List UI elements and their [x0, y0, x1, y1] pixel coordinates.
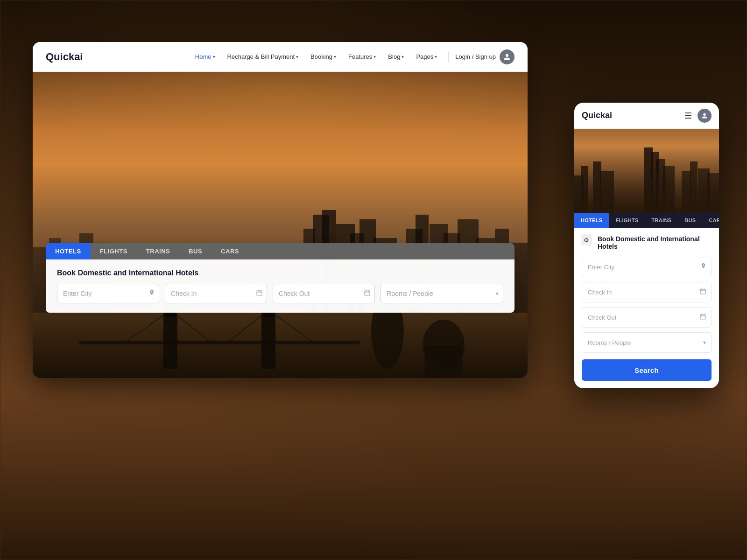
location-pin-icon — [149, 290, 155, 298]
mobile-navbar: Quickai ☰ — [574, 103, 719, 129]
svg-rect-57 — [700, 315, 705, 319]
nav-divider — [448, 51, 449, 63]
sky-glow — [33, 72, 528, 165]
mobile-logo: Quickai — [582, 111, 684, 120]
chevron-down-icon: ▾ — [296, 54, 298, 59]
mobile-tab-cars[interactable]: CARS — [702, 213, 719, 228]
mobile-tab-trains[interactable]: TRAINS — [645, 213, 678, 228]
desktop-booking-title: Book Domestic and International Hotels — [57, 269, 503, 277]
mobile-checkin-field — [582, 282, 712, 302]
tab-hotels[interactable]: HOTELS — [46, 243, 91, 259]
calendar-icon — [256, 290, 262, 297]
desktop-nav-links: Home ▾ Recharge & Bill Payment ▾ Booking… — [190, 49, 514, 64]
mobile-card: Quickai ☰ — [574, 103, 719, 388]
chevron-down-icon: ▾ — [334, 54, 336, 59]
tab-cars[interactable]: CARS — [211, 243, 248, 259]
nav-item-pages[interactable]: Pages ▾ — [411, 50, 442, 63]
city-input[interactable] — [57, 284, 159, 303]
mobile-rooms-select[interactable]: Rooms / People 1 Room, 1 Person 1 Room, … — [582, 332, 712, 353]
mobile-calendar-icon — [700, 288, 706, 296]
hamburger-icon[interactable]: ☰ — [684, 111, 692, 121]
avatar — [500, 49, 514, 64]
nav-login[interactable]: Login / Sign up — [455, 49, 514, 64]
svg-rect-32 — [425, 345, 462, 378]
tab-flights[interactable]: FLIGHTS — [91, 243, 137, 259]
mobile-rooms-field: Rooms / People 1 Room, 1 Person 1 Room, … — [582, 332, 712, 353]
nav-pages-label: Pages — [416, 53, 433, 60]
mobile-skyline-overlay — [574, 147, 719, 213]
tab-bus[interactable]: BUS — [179, 243, 211, 259]
nav-item-booking[interactable]: Booking ▾ — [306, 50, 341, 63]
nav-home-label: Home — [195, 53, 211, 60]
mobile-booking-form: ⚙ Book Domestic and International Hotels — [574, 228, 719, 388]
mobile-tab-flights[interactable]: FLIGHTS — [609, 213, 645, 228]
tab-trains[interactable]: TRAINS — [137, 243, 179, 259]
login-label: Login / Sign up — [455, 53, 496, 60]
checkout-field — [273, 284, 375, 303]
desktop-card: Quickai Home ▾ Recharge & Bill Payment ▾… — [33, 42, 528, 378]
checkout-input[interactable] — [273, 284, 375, 303]
mobile-tab-hotels[interactable]: HOTELS — [574, 213, 609, 228]
chevron-down-icon: ▾ — [435, 54, 437, 59]
chevron-down-icon: ▾ — [496, 291, 499, 297]
mobile-location-icon — [701, 263, 706, 271]
mobile-city-input[interactable] — [582, 257, 712, 277]
city-field — [57, 284, 159, 303]
desktop-navbar: Quickai Home ▾ Recharge & Bill Payment ▾… — [33, 42, 528, 72]
mobile-hero — [574, 129, 719, 213]
mobile-tab-bus[interactable]: BUS — [678, 213, 702, 228]
nav-blog-label: Blog — [388, 53, 400, 60]
mobile-checkin-input[interactable] — [582, 282, 712, 302]
nav-features-label: Features — [348, 53, 372, 60]
chevron-down-icon: ▾ — [402, 54, 404, 59]
rooms-select[interactable]: Rooms / People 1 Room, 1 Person 1 Room, … — [381, 284, 503, 303]
nav-recharge-label: Recharge & Bill Payment — [227, 53, 295, 60]
nav-item-recharge[interactable]: Recharge & Bill Payment ▾ — [223, 50, 303, 63]
desktop-booking-fields: ▾ Rooms / People 1 Room, 1 Person 1 Room… — [57, 284, 503, 303]
checkin-field — [165, 284, 267, 303]
mobile-booking-tabs: HOTELS FLIGHTS TRAINS BUS CARS — [574, 213, 719, 228]
mobile-booking-title: Book Domestic and International Hotels — [582, 235, 712, 250]
nav-booking-label: Booking — [310, 53, 332, 60]
mobile-chevron-icon: ▾ — [703, 339, 706, 346]
chevron-down-icon: ▾ — [374, 54, 376, 59]
desktop-hero: HOTELS FLIGHTS TRAINS BUS CARS Book Dome… — [33, 72, 528, 378]
gear-icon: ⚙ — [581, 234, 592, 245]
calendar-icon — [364, 290, 370, 297]
chevron-down-icon: ▾ — [213, 54, 215, 59]
desktop-booking-content: Book Domestic and International Hotels — [46, 259, 514, 313]
mobile-checkout-input[interactable] — [582, 307, 712, 328]
desktop-booking-tabs: HOTELS FLIGHTS TRAINS BUS CARS — [46, 243, 514, 259]
svg-rect-37 — [365, 291, 370, 295]
svg-rect-33 — [257, 291, 262, 295]
nav-item-blog[interactable]: Blog ▾ — [383, 50, 409, 63]
mobile-search-button[interactable]: Search — [582, 359, 712, 381]
desktop-booking-panel: HOTELS FLIGHTS TRAINS BUS CARS Book Dome… — [46, 243, 514, 313]
mobile-city-field — [582, 257, 712, 277]
nav-item-home[interactable]: Home ▾ — [190, 50, 220, 63]
mobile-checkout-field — [582, 307, 712, 328]
desktop-logo: Quickai — [46, 51, 83, 63]
mobile-avatar — [698, 109, 712, 123]
checkin-input[interactable] — [165, 284, 267, 303]
svg-rect-53 — [700, 289, 705, 294]
mobile-calendar-checkout-icon — [700, 314, 706, 321]
nav-item-features[interactable]: Features ▾ — [344, 50, 381, 63]
rooms-field: ▾ Rooms / People 1 Room, 1 Person 1 Room… — [381, 284, 503, 303]
